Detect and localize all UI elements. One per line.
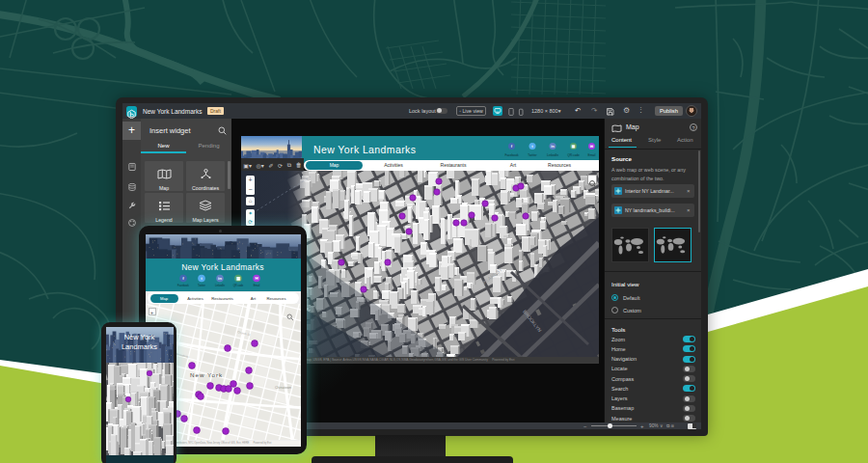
svg-text:in: in: [551, 144, 555, 149]
svg-text:LinkedIn: LinkedIn: [547, 153, 558, 157]
svg-text:Facebook: Facebook: [177, 284, 189, 287]
svg-text:LinkedIn: LinkedIn: [214, 284, 225, 287]
svg-text:in: in: [218, 276, 222, 281]
svg-text:QR code: QR code: [567, 153, 580, 157]
svg-text:Email: Email: [588, 153, 596, 157]
svg-text:Twitter: Twitter: [198, 284, 205, 287]
svg-text:Email: Email: [253, 284, 259, 287]
svg-text:Facebook: Facebook: [505, 153, 519, 157]
svg-text:QR code: QR code: [232, 284, 243, 287]
svg-text:▦: ▦: [572, 144, 576, 149]
svg-text:▦: ▦: [235, 276, 239, 281]
svg-text:Twitter: Twitter: [528, 153, 537, 157]
svg-text:✉: ✉: [255, 276, 258, 281]
svg-text:New York: New York: [190, 371, 223, 378]
svg-text:Chinatown: Chinatown: [275, 386, 291, 390]
